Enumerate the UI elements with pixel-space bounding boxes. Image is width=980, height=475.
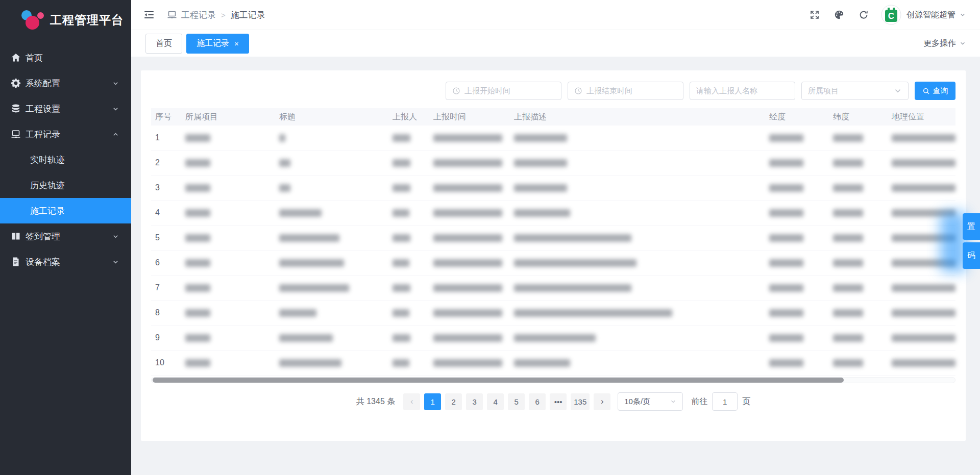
sidebar-subitem-history-track[interactable]: 历史轨迹: [0, 172, 131, 198]
redacted-cell: [829, 184, 888, 192]
redacted-cell: [181, 284, 275, 292]
sidebar-item-label: 系统配置: [26, 78, 60, 89]
prev-page-button[interactable]: ‹: [403, 393, 420, 410]
goto-unit: 页: [742, 396, 750, 407]
redacted-cell: [181, 209, 275, 217]
chevron-down-icon: [112, 80, 119, 87]
column-header: 纬度: [829, 112, 888, 122]
report-end-time-input[interactable]: 上报结束时间: [568, 82, 683, 100]
page-size-select[interactable]: 10条/页: [618, 392, 683, 411]
chevron-down-icon: [670, 398, 676, 405]
sidebar-item-label: 首页: [26, 52, 43, 64]
redacted-cell: [765, 284, 829, 292]
goto-page-input[interactable]: [712, 392, 738, 411]
table-row[interactable]: 10: [151, 351, 955, 376]
collapse-menu-icon[interactable]: [143, 9, 155, 20]
breadcrumb-separator: >: [221, 11, 226, 19]
column-header: 上报描述: [510, 112, 765, 122]
chevron-down-icon: [112, 233, 119, 240]
reporter-name-input[interactable]: 请输入上报人名称: [690, 82, 795, 100]
more-actions-dropdown[interactable]: 更多操作: [923, 38, 966, 49]
sidebar-subitem-realtime-track[interactable]: 实时轨迹: [0, 147, 131, 172]
row-index: 9: [151, 333, 181, 342]
redacted-cell: [429, 359, 510, 367]
page-button-6[interactable]: 6: [529, 393, 546, 410]
redacted-cell: [765, 359, 829, 367]
tab-construction-records[interactable]: 施工记录 ×: [186, 34, 249, 54]
page-button-5[interactable]: 5: [508, 393, 525, 410]
tabbar: 首页 施工记录 × 更多操作: [131, 30, 980, 57]
page-button-4[interactable]: 4: [487, 393, 504, 410]
sidebar-item-project-records[interactable]: 工程记录: [0, 121, 131, 147]
sidebar-subitem-label: 施工记录: [30, 205, 65, 217]
column-header: 地理位置: [888, 112, 955, 122]
page-button-2[interactable]: 2: [445, 393, 462, 410]
redacted-cell: [388, 184, 429, 192]
redacted-cell: [765, 134, 829, 142]
table-row[interactable]: 5: [151, 226, 955, 251]
chevron-down-icon: [112, 259, 119, 265]
redacted-cell: [765, 334, 829, 342]
sidebar-menu: 首页 系统配置 工程设置 工程记录 实时轨迹 历史轨: [0, 40, 131, 274]
table-row[interactable]: 7: [151, 276, 955, 301]
table-row[interactable]: 8: [151, 301, 955, 326]
table-row[interactable]: 1: [151, 126, 955, 151]
database-icon: [11, 104, 21, 114]
redacted-cell: [275, 209, 388, 217]
placeholder-text: 上报结束时间: [586, 86, 632, 96]
close-icon[interactable]: ×: [234, 40, 239, 47]
sidebar-item-project-settings[interactable]: 工程设置: [0, 96, 131, 121]
qrcode-button-partial[interactable]: 码: [963, 242, 980, 269]
app-logo: 工程管理平台: [0, 0, 131, 40]
next-page-button[interactable]: ›: [594, 393, 610, 410]
avatar[interactable]: C: [881, 5, 901, 25]
sidebar-item-checkin-management[interactable]: 签到管理: [0, 223, 131, 249]
sidebar-subitem-label: 历史轨迹: [30, 180, 65, 191]
sidebar-item-label: 签到管理: [26, 231, 60, 242]
table-row[interactable]: 4: [151, 201, 955, 226]
search-button[interactable]: 查询: [915, 82, 955, 100]
redacted-cell: [888, 184, 955, 192]
page-button-3[interactable]: 3: [466, 393, 483, 410]
chevron-down-icon[interactable]: [960, 12, 966, 18]
view-location-button-partial[interactable]: 置: [963, 213, 980, 240]
sidebar-item-home[interactable]: 首页: [0, 45, 131, 70]
more-pages-button[interactable]: •••: [550, 393, 567, 410]
redacted-cell: [388, 234, 429, 242]
row-index: 2: [151, 158, 181, 167]
project-select[interactable]: 所属项目: [801, 82, 909, 100]
redacted-cell: [388, 134, 429, 142]
sidebar: 工程管理平台 首页 系统配置 工程设置 工程记录: [0, 0, 131, 475]
theme-palette-icon[interactable]: [834, 10, 844, 20]
table-row[interactable]: 9: [151, 326, 955, 351]
page-button-135[interactable]: 135: [571, 393, 590, 410]
table-row[interactable]: 6: [151, 251, 955, 276]
page-button-1[interactable]: 1: [424, 393, 441, 410]
redacted-cell: [888, 359, 955, 367]
redacted-cell: [429, 309, 510, 317]
refresh-icon[interactable]: [859, 10, 869, 20]
table-row[interactable]: 3: [151, 176, 955, 201]
report-start-time-input[interactable]: 上报开始时间: [446, 82, 561, 100]
redacted-cell: [275, 284, 388, 292]
table-row[interactable]: 2: [151, 151, 955, 176]
breadcrumb: 工程记录 > 施工记录: [167, 9, 265, 21]
redacted-cell: [829, 159, 888, 167]
sidebar-item-label: 设备档案: [26, 256, 60, 268]
fullscreen-icon[interactable]: [810, 10, 820, 20]
svg-text:C: C: [888, 11, 894, 21]
records-table: 序号所属项目标题上报人上报时间上报描述经度纬度地理位置 12345678910: [151, 108, 955, 376]
scrollbar-thumb[interactable]: [153, 378, 844, 383]
breadcrumb-parent[interactable]: 工程记录: [181, 9, 216, 21]
column-header: 上报人: [388, 112, 429, 122]
monitor-icon: [11, 129, 21, 139]
redacted-cell: [181, 334, 275, 342]
sidebar-subitem-construction-records[interactable]: 施工记录: [0, 198, 131, 223]
clock-icon: [452, 87, 460, 95]
redacted-cell: [765, 159, 829, 167]
sidebar-item-device-archive[interactable]: 设备档案: [0, 249, 131, 274]
tab-home[interactable]: 首页: [145, 34, 182, 54]
sidebar-item-system-config[interactable]: 系统配置: [0, 70, 131, 96]
topbar-right: C 创源智能超管: [795, 5, 966, 25]
username[interactable]: 创源智能超管: [906, 10, 955, 20]
